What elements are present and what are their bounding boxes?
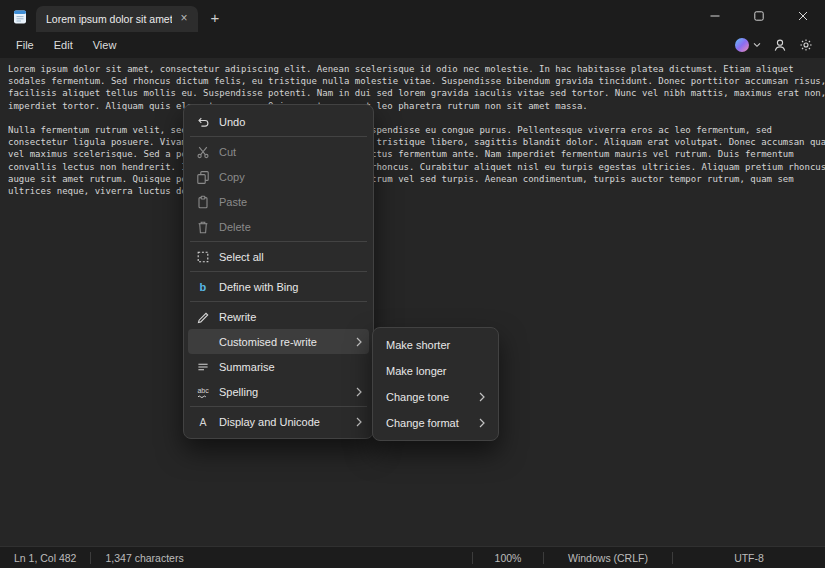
menubar: File Edit View <box>0 32 825 58</box>
document-tab[interactable]: Lorem ipsum dolor sit amet, conse × <box>36 6 198 32</box>
line-ending: Windows (CRLF) <box>544 552 672 564</box>
menu-separator <box>190 301 367 302</box>
context-item-copy: Copy <box>188 164 369 189</box>
submenu-item-make-shorter[interactable]: Make shorter <box>377 332 494 358</box>
menu-separator <box>190 241 367 242</box>
chevron-down-icon <box>753 42 761 48</box>
submenu-item-change-tone[interactable]: Change tone <box>377 384 494 410</box>
svg-text:A: A <box>199 415 206 427</box>
chevron-right-icon <box>479 392 485 402</box>
new-tab-button[interactable]: + <box>202 6 228 32</box>
copy-icon <box>195 169 210 184</box>
svg-text:abc: abc <box>197 387 209 394</box>
close-button[interactable] <box>781 0 825 32</box>
chevron-right-icon <box>479 418 485 428</box>
context-item-customised-rewrite[interactable]: Customised re-write <box>188 329 369 354</box>
copilot-icon <box>735 38 749 52</box>
notepad-icon <box>12 9 28 25</box>
context-item-summarise[interactable]: Summarise <box>188 354 369 379</box>
titlebar: Lorem ipsum dolor sit amet, conse × + <box>0 0 825 32</box>
context-menu: Undo Cut Copy Paste <box>183 104 374 439</box>
context-item-undo[interactable]: Undo <box>188 109 369 134</box>
chevron-right-icon <box>356 337 362 347</box>
text-line: convallis lectus non hendrerit. Integer … <box>8 161 825 173</box>
chevron-right-icon <box>356 387 362 397</box>
menu-separator <box>190 406 367 407</box>
tab-close-icon[interactable]: × <box>176 11 192 27</box>
text-line: facilisis aliquet tellus mollis eu. Susp… <box>8 87 825 99</box>
unicode-a-icon: A <box>195 414 210 429</box>
zoom-level: 100% <box>473 552 543 564</box>
bing-icon: b <box>195 279 210 294</box>
text-editor[interactable]: Lorem ipsum dolor sit amet, consectetur … <box>0 58 825 546</box>
text-line: Lorem ipsum dolor sit amet, consectetur … <box>8 63 825 75</box>
summary-lines-icon <box>195 359 210 374</box>
undo-icon <box>195 114 210 129</box>
menu-file[interactable]: File <box>6 36 44 54</box>
text-line: ultrices neque, viverra luctus dolor a, … <box>8 185 825 197</box>
copilot-button[interactable] <box>735 38 761 52</box>
context-item-display-and-unicode[interactable]: A Display and Unicode <box>188 409 369 434</box>
customised-rewrite-submenu: Make shorter Make longer Change tone Cha… <box>372 327 499 441</box>
text-line <box>8 112 825 124</box>
text-line: Nulla fermentum rutrum velit, sed posuer… <box>8 124 825 136</box>
cursor-position: Ln 1, Col 482 <box>0 552 90 564</box>
context-item-paste: Paste <box>188 189 369 214</box>
spellcheck-icon: abc <box>195 384 210 399</box>
menu-view[interactable]: View <box>83 36 127 54</box>
context-item-define-with-bing[interactable]: b Define with Bing <box>188 274 369 299</box>
trash-icon <box>195 219 210 234</box>
text-line: sodales fermentum. Sed rhoncus dictum fe… <box>8 75 825 87</box>
account-button[interactable] <box>773 38 787 52</box>
text-line: consectetur ligula posuere. Vivamus port… <box>8 136 825 148</box>
encoding: UTF-8 <box>673 552 825 564</box>
person-icon <box>773 38 787 52</box>
chevron-right-icon <box>356 417 362 427</box>
paste-icon <box>195 194 210 209</box>
context-item-rewrite[interactable]: Rewrite <box>188 304 369 329</box>
context-item-spelling[interactable]: abc Spelling <box>188 379 369 404</box>
text-line: vel maximus scelerisque. Sed a posuere m… <box>8 148 825 160</box>
tab-title: Lorem ipsum dolor sit amet, conse <box>46 13 172 25</box>
select-all-icon <box>195 249 210 264</box>
menu-separator <box>190 136 367 137</box>
pen-icon <box>195 309 210 324</box>
minimize-button[interactable] <box>693 0 737 32</box>
menu-edit[interactable]: Edit <box>44 36 83 54</box>
context-item-cut: Cut <box>188 139 369 164</box>
context-item-delete: Delete <box>188 214 369 239</box>
settings-button[interactable] <box>799 38 813 52</box>
submenu-item-make-longer[interactable]: Make longer <box>377 358 494 384</box>
character-count: 1,347 characters <box>91 552 197 564</box>
context-item-select-all[interactable]: Select all <box>188 244 369 269</box>
scissors-icon <box>195 144 210 159</box>
text-line: augue sit amet rutrum. Quisque posuere t… <box>8 173 825 185</box>
gear-icon <box>799 38 813 52</box>
submenu-item-change-format[interactable]: Change format <box>377 410 494 436</box>
text-line: imperdiet tortor. Aliquam quis elementum… <box>8 100 825 112</box>
svg-text:b: b <box>199 281 206 293</box>
status-bar: Ln 1, Col 482 1,347 characters 100% Wind… <box>0 546 825 568</box>
menu-separator <box>190 271 367 272</box>
maximize-button[interactable] <box>737 0 781 32</box>
blank-icon-slot <box>195 334 210 349</box>
